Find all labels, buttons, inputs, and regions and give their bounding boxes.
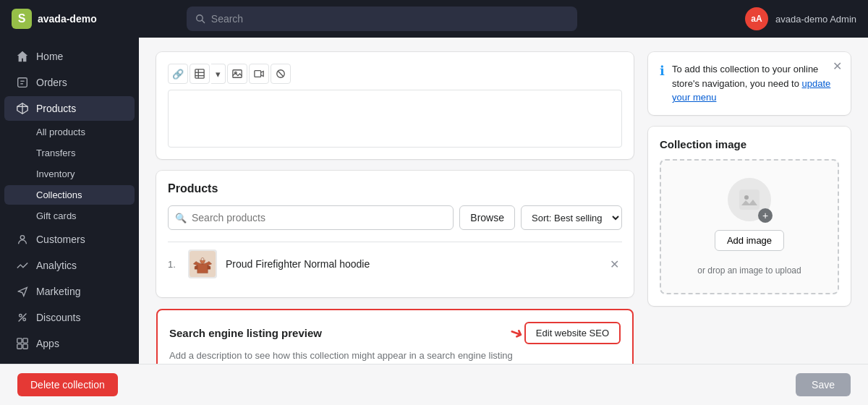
upload-icon-wrap: + [728,178,771,221]
toolbar-link-btn[interactable]: 🔗 [168,64,188,84]
products-icon [16,102,29,115]
sidebar-subitem-collections[interactable]: Collections [4,185,135,205]
product-search-icon: 🔍 [175,213,187,223]
sidebar-item-discounts[interactable]: Discounts [4,305,135,330]
upload-plus-icon: + [758,208,773,223]
sidebar-item-marketing[interactable]: Marketing [4,279,135,304]
notification-text: To add this collection to your online st… [672,62,839,105]
sidebar-item-home[interactable]: Home [4,44,135,69]
sidebar: Home Orders Products All products Transf… [0,38,139,364]
svg-rect-30 [739,189,760,210]
product-name: Proud Firefighter Normal hoodie [226,258,598,270]
product-search-row: 🔍 Browse Sort: Best selling [168,205,622,230]
user-name: avada-demo Admin [775,14,856,25]
products-card: Products 🔍 Browse Sort: Best selling [156,171,634,297]
delete-collection-button[interactable]: Delete collection [17,373,118,396]
upload-hint: or drop an image to upload [673,265,826,276]
layout: Home Orders Products All products Transf… [0,38,868,364]
add-image-button[interactable]: Add image [715,230,784,251]
sidebar-label-home: Home [36,51,63,62]
toolbar-table-btn[interactable] [190,64,210,84]
shopify-icon: S [12,9,32,29]
svg-line-1 [202,20,205,23]
sidebar-item-apps[interactable]: Apps [4,331,135,356]
home-icon [16,50,29,63]
product-thumb [188,250,217,278]
product-remove-btn[interactable]: ✕ [607,255,622,274]
image-placeholder-icon [739,189,760,210]
editor-toolbar: 🔗 ▾ [168,64,622,84]
svg-rect-12 [17,338,22,343]
marketing-icon [16,285,29,298]
toolbar-image-btn[interactable] [227,64,247,84]
seo-card: Search engine listing preview ➜ Edit web… [156,309,634,364]
seo-title: Search engine listing preview [169,327,322,339]
product-num: 1. [168,259,179,270]
seo-description: Add a description to see how this collec… [169,350,621,361]
svg-rect-15 [23,344,27,349]
seo-action-row: ➜ Edit website SEO [510,322,621,344]
sidebar-label-analytics: Analytics [36,260,77,271]
svg-line-28 [278,71,284,77]
content-grid: 🔗 ▾ [156,52,851,364]
top-header: S avada-demo aA avada-demo Admin [0,0,868,38]
sidebar-item-products[interactable]: Products [4,96,135,121]
apps-icon [16,337,29,350]
search-input[interactable] [211,13,569,25]
product-search-input[interactable] [168,205,454,230]
notification-close-btn[interactable]: ✕ [833,59,842,73]
arrow-annotation: ➜ [507,322,526,344]
toolbar-ban-btn[interactable] [271,64,291,84]
sidebar-item-customers[interactable]: Customers [4,227,135,252]
right-panel: ℹ To add this collection to your online … [648,52,851,364]
avatar[interactable]: aA [745,7,768,30]
sidebar-item-analytics[interactable]: Analytics [4,253,135,278]
image-upload-area[interactable]: + Add image or drop an image to upload [660,159,839,294]
svg-rect-14 [17,344,22,349]
sidebar-subitem-all-products[interactable]: All products [4,122,135,142]
sidebar-item-orders[interactable]: Orders [4,70,135,95]
svg-point-9 [20,315,22,317]
main-content: 🔗 ▾ [139,38,868,364]
notification-card: ℹ To add this collection to your online … [648,52,851,115]
sidebar-label-orders: Orders [36,77,67,88]
analytics-icon [16,259,29,272]
search-icon [195,14,205,24]
svg-point-10 [23,318,26,321]
sidebar-label-marketing: Marketing [36,286,80,297]
toolbar-table-dropdown-btn[interactable]: ▾ [211,64,226,84]
sort-select[interactable]: Sort: Best selling [521,205,622,230]
sidebar-subitem-inventory[interactable]: Inventory [4,164,135,184]
sidebar-label-apps: Apps [36,338,59,349]
sidebar-label-products: Products [36,103,76,114]
info-icon: ℹ [660,63,665,79]
svg-point-8 [20,236,24,239]
sidebar-label-discounts: Discounts [36,312,80,323]
product-search-wrap: 🔍 [168,205,454,230]
sidebar-label-customers: Customers [36,234,85,245]
collection-image-card: Collection image + Add image [648,127,851,306]
search-bar[interactable] [187,7,577,31]
sidebar-subitem-transfers[interactable]: Transfers [4,143,135,163]
edit-seo-button[interactable]: Edit website SEO [524,322,621,344]
brand-name: avada-demo [38,13,97,25]
discounts-icon [16,311,29,324]
products-section-title: Products [168,182,622,195]
orders-icon [16,76,29,89]
left-column: 🔗 ▾ [156,52,634,364]
svg-rect-13 [23,338,27,343]
bottom-bar: Delete collection Save [0,364,868,405]
svg-rect-20 [195,69,204,78]
seo-header: Search engine listing preview ➜ Edit web… [169,322,621,344]
sales-channels-label: SALES CHANNELS + [0,357,139,364]
product-row: 1. Proud Firefi [168,242,622,286]
browse-button[interactable]: Browse [459,205,515,230]
toolbar-group: 🔗 ▾ [168,64,291,84]
editor-area[interactable] [168,90,622,148]
svg-rect-26 [255,71,261,77]
collection-image-title: Collection image [660,138,839,150]
editor-card: 🔗 ▾ [156,52,634,159]
save-button[interactable]: Save [796,373,851,396]
sidebar-subitem-gift-cards[interactable]: Gift cards [4,206,135,226]
toolbar-video-btn[interactable] [249,64,269,84]
